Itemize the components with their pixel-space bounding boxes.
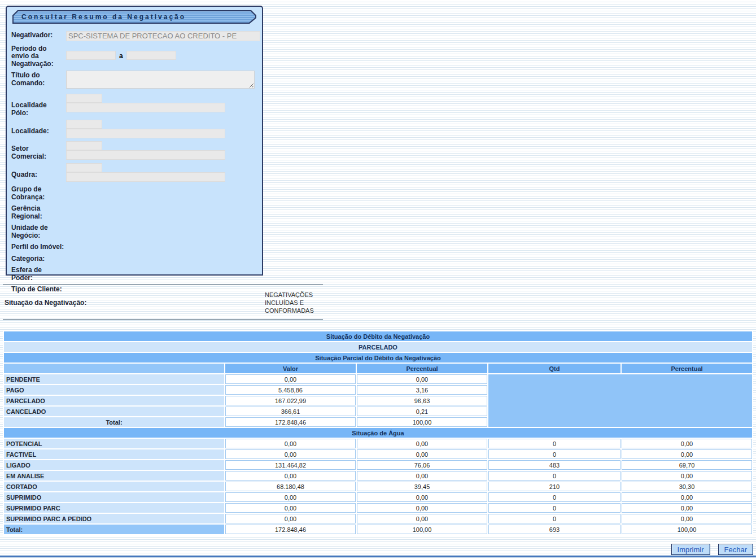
column-header-qtd: Qtd xyxy=(488,364,620,373)
qtd-cell: 0 xyxy=(488,514,620,523)
percentual-cell: 0,00 xyxy=(357,503,487,513)
grupo-cobranca-label: Grupo de Cobrança: xyxy=(11,185,64,201)
valor-cell: 366,61 xyxy=(225,407,356,416)
imprimir-button[interactable]: Imprimir xyxy=(671,544,710,555)
percentual-cell: 100,00 xyxy=(357,525,487,534)
localidade-label: Localidade: xyxy=(11,120,64,136)
valor-cell: 172.848,46 xyxy=(225,417,356,427)
panel-title: Consultar Resumo da Negativação xyxy=(21,10,186,24)
qtd-cell: 210 xyxy=(488,482,620,491)
periodo-inicio-input[interactable] xyxy=(66,51,116,60)
percentual-cell: 76,06 xyxy=(357,460,487,470)
situacao-label: Situação da Negativação: xyxy=(5,291,86,307)
debt-table: Situação do Débito da Negativação PARCEL… xyxy=(3,330,753,535)
button-row: Imprimir Fechar xyxy=(671,544,753,555)
localidade-descricao-input[interactable] xyxy=(66,129,225,138)
row-label: SUPRIMIDO PARC A PEDIDO xyxy=(4,514,224,523)
fechar-button[interactable]: Fechar xyxy=(718,544,753,555)
row-label: PENDENTE xyxy=(4,374,224,384)
field-row-periodo: Período do envio da Negativação: a xyxy=(11,44,257,68)
gerencia-regional-label: Gerência Regional: xyxy=(11,204,64,220)
quadra-label: Quadra: xyxy=(11,163,64,179)
categoria-label: Categoria: xyxy=(11,254,64,263)
unidade-negocio-label: Unidade de Negócio: xyxy=(11,223,64,239)
percentual-cell: 0,00 xyxy=(357,439,487,448)
qtd-percentual-cell: 30,30 xyxy=(622,482,752,491)
periodo-fim-input[interactable] xyxy=(126,51,176,60)
valor-cell: 167.022,99 xyxy=(225,396,356,405)
debt-table-wrapper: Situação do Débito da Negativação PARCEL… xyxy=(3,330,753,535)
quadra-descricao-input[interactable] xyxy=(66,172,225,182)
localidade-polo-codigo-input[interactable] xyxy=(66,94,102,103)
percentual-cell: 0,00 xyxy=(357,449,487,459)
setor-comercial-codigo-input[interactable] xyxy=(66,141,102,150)
column-header-valor: Valor xyxy=(225,364,356,373)
negativador-input[interactable] xyxy=(66,31,260,41)
partial-section-header: Situação Parcial do Débito da Negativaçã… xyxy=(4,353,752,363)
agua-header-row: Situação de Água xyxy=(4,428,752,438)
partial-header-row: Situação Parcial do Débito da Negativaçã… xyxy=(4,353,752,363)
agua-total-row: Total: 172.848,46 100,00 693 100,00 xyxy=(4,525,752,534)
situacao-value: NEGATIVAÇÕES INCLUÍDAS E CONFORMADAS xyxy=(265,291,323,315)
table-subtitle-row: PARCELADO xyxy=(4,342,752,352)
titulo-comando-label: Título do Comando: xyxy=(11,71,64,87)
valor-cell: 0,00 xyxy=(225,374,356,384)
percentual-cell: 96,63 xyxy=(357,396,487,405)
qtd-percentual-cell: 0,00 xyxy=(622,449,752,459)
panel-title-tab: Consultar Resumo da Negativação xyxy=(12,10,256,24)
qtd-percentual-cell: 0,00 xyxy=(622,514,752,523)
column-header-row: Valor Percentual Qtd Percentual xyxy=(4,364,752,373)
setor-comercial-label: Setor Comercial: xyxy=(11,141,64,160)
percentual-cell: 0,00 xyxy=(357,514,487,523)
valor-cell: 0,00 xyxy=(225,514,356,523)
percentual-cell: 0,21 xyxy=(357,407,487,416)
table-row: FACTIVEL 0,00 0,00 0 0,00 xyxy=(4,449,752,459)
qtd-percentual-cell: 0,00 xyxy=(622,503,752,513)
quadra-codigo-input[interactable] xyxy=(66,163,102,172)
row-label: FACTIVEL xyxy=(4,449,224,459)
table-row: POTENCIAL 0,00 0,00 0 0,00 xyxy=(4,439,752,448)
setor-comercial-descricao-input[interactable] xyxy=(66,150,225,160)
percentual-cell: 39,45 xyxy=(357,482,487,491)
row-label: CANCELADO xyxy=(4,407,224,416)
qtd-cell: 483 xyxy=(488,460,620,470)
valor-cell: 131.464,82 xyxy=(225,460,356,470)
field-row-localidade: Localidade: xyxy=(11,120,257,138)
titulo-comando-textarea[interactable] xyxy=(66,71,255,89)
row-label: LIGADO xyxy=(4,460,224,470)
row-label: POTENCIAL xyxy=(4,439,224,448)
valor-cell: 172.848,46 xyxy=(225,525,356,534)
agua-section-header: Situação de Água xyxy=(4,428,752,438)
page: Consultar Resumo da Negativação Negativa… xyxy=(0,0,756,559)
periodo-label: Período do envio da Negativação: xyxy=(11,44,64,68)
valor-cell: 0,00 xyxy=(225,439,356,448)
negativador-label: Negativador: xyxy=(11,30,64,40)
field-row-negativador: Negativador: xyxy=(11,30,257,41)
perfil-imovel-label: Perfil do Imóvel: xyxy=(11,242,79,251)
field-row-localidade-polo: Localidade Pólo: xyxy=(11,94,257,117)
table-row: SUPRIMIDO PARC 0,00 0,00 0 0,00 xyxy=(4,503,752,513)
qtd-cell: 693 xyxy=(488,525,620,534)
localidade-polo-label: Localidade Pólo: xyxy=(11,94,64,117)
valor-cell: 0,00 xyxy=(225,503,356,513)
qtd-cell: 0 xyxy=(488,471,620,481)
table-row: EM ANALISE 0,00 0,00 0 0,00 xyxy=(4,471,752,481)
qtd-percentual-cell: 0,00 xyxy=(622,471,752,481)
localidade-polo-descricao-input[interactable] xyxy=(66,103,225,112)
percentual-cell: 0,00 xyxy=(357,374,487,384)
table-row: SUPRIMIDO 0,00 0,00 0 0,00 xyxy=(4,492,752,502)
column-header-percentual: Percentual xyxy=(357,364,487,373)
field-row-setor-comercial: Setor Comercial: xyxy=(11,141,257,160)
table-row: PENDENTE 0,00 0,00 xyxy=(4,374,752,384)
valor-cell: 0,00 xyxy=(225,492,356,502)
situacao-section: Situação da Negativação: NEGATIVAÇÕES IN… xyxy=(3,284,323,320)
localidade-codigo-input[interactable] xyxy=(66,120,102,129)
periodo-separator: a xyxy=(119,52,123,60)
partial-total-label: Total: xyxy=(4,417,224,427)
percentual-cell: 0,00 xyxy=(357,492,487,502)
row-label: EM ANALISE xyxy=(4,471,224,481)
row-label: CORTADO xyxy=(4,482,224,491)
consult-panel: Consultar Resumo da Negativação Negativa… xyxy=(6,6,263,276)
qtd-percentual-cell: 100,00 xyxy=(622,525,752,534)
empty-qtd-block xyxy=(488,374,752,427)
